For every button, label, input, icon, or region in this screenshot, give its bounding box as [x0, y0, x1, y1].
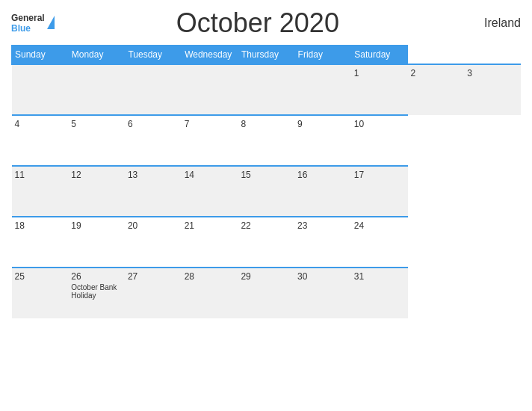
calendar-header: General Blue October 2020 Ireland [11, 7, 521, 39]
day-cell: 20 [125, 217, 182, 268]
day-number: 19 [71, 220, 122, 231]
day-number: 6 [128, 119, 179, 129]
day-number: 24 [354, 220, 405, 231]
logo-text: General Blue [11, 13, 45, 34]
day-number: 15 [241, 170, 291, 180]
day-cell [182, 64, 238, 115]
logo: General Blue [11, 13, 55, 34]
day-number: 3 [467, 68, 518, 78]
week-row-0: 123 [12, 64, 522, 115]
day-cell: 4 [12, 115, 69, 166]
weekday-row: SundayMondayTuesdayWednesdayThursdayFrid… [12, 46, 522, 65]
day-cell: 5 [68, 115, 125, 166]
day-cell: 1 [351, 64, 408, 115]
day-number: 5 [71, 119, 122, 129]
day-cell: 25 [12, 268, 69, 318]
day-cell: 18 [12, 217, 69, 268]
day-cell: 13 [125, 166, 182, 217]
empty-cell [12, 64, 69, 115]
event-text: October Bank Holiday [71, 283, 122, 300]
day-cell: 23 [294, 217, 351, 268]
month-title: October 2020 [55, 7, 461, 39]
day-number: 13 [128, 170, 179, 180]
day-number: 12 [71, 170, 122, 180]
day-number: 27 [128, 271, 179, 282]
day-cell: 27 [125, 268, 182, 318]
day-cell: 22 [238, 217, 294, 268]
weekday-header-thursday: Thursday [238, 46, 294, 65]
logo-blue: Blue [11, 23, 45, 34]
day-cell: 11 [12, 166, 69, 217]
day-number: 28 [185, 271, 235, 282]
day-cell: 17 [351, 166, 408, 217]
day-cell: 31 [351, 268, 408, 318]
day-number: 14 [185, 170, 235, 180]
empty-cell [125, 64, 182, 115]
day-number: 17 [354, 170, 405, 180]
day-cell: 10 [351, 115, 408, 166]
day-number: 20 [128, 220, 179, 231]
day-number: 18 [15, 220, 66, 231]
day-number: 30 [297, 271, 348, 282]
day-cell: 21 [182, 217, 238, 268]
day-cell: 16 [294, 166, 351, 217]
calendar-header-row: SundayMondayTuesdayWednesdayThursdayFrid… [12, 46, 522, 65]
day-cell: 30 [294, 268, 351, 318]
day-number: 31 [354, 271, 405, 282]
empty-cell [68, 64, 125, 115]
day-cell: 3 [464, 64, 521, 115]
weekday-header-monday: Monday [68, 46, 125, 65]
weekday-header-sunday: Sunday [12, 46, 69, 65]
day-number: 1 [354, 68, 405, 78]
day-cell [294, 64, 351, 115]
day-number: 21 [185, 220, 235, 231]
day-cell: 29 [238, 268, 294, 318]
day-cell: 2 [408, 64, 465, 115]
day-cell: 24 [351, 217, 408, 268]
weekday-header-tuesday: Tuesday [125, 46, 182, 65]
calendar-container: General Blue October 2020 Ireland Sunday… [0, 0, 532, 411]
day-number: 22 [241, 220, 291, 231]
day-cell: 8 [238, 115, 294, 166]
day-number: 23 [297, 220, 348, 231]
week-row-3: 18192021222324 [12, 217, 522, 268]
calendar-body: 1234567891011121314151617181920212223242… [12, 64, 522, 318]
week-row-1: 45678910 [12, 115, 522, 166]
day-number: 29 [241, 271, 291, 282]
week-row-2: 11121314151617 [12, 166, 522, 217]
day-number: 26 [71, 271, 122, 282]
day-cell: 12 [68, 166, 125, 217]
weekday-header-friday: Friday [294, 46, 351, 65]
day-number: 8 [241, 119, 291, 129]
day-number: 10 [354, 119, 405, 129]
day-number: 4 [15, 119, 66, 129]
logo-general: General [11, 13, 45, 23]
week-row-4: 2526October Bank Holiday2728293031 [12, 268, 522, 318]
day-number: 2 [411, 68, 462, 78]
day-cell [238, 64, 294, 115]
calendar-table: SundayMondayTuesdayWednesdayThursdayFrid… [11, 45, 521, 318]
logo-triangle-icon [47, 16, 55, 29]
day-number: 11 [15, 170, 66, 180]
country-label: Ireland [461, 16, 521, 30]
weekday-header-wednesday: Wednesday [182, 46, 238, 65]
day-cell: 6 [125, 115, 182, 166]
day-cell: 15 [238, 166, 294, 217]
day-cell: 7 [182, 115, 238, 166]
day-number: 7 [185, 119, 235, 129]
day-cell: 28 [182, 268, 238, 318]
day-cell: 14 [182, 166, 238, 217]
day-cell: 9 [294, 115, 351, 166]
day-cell: 19 [68, 217, 125, 268]
day-number: 16 [297, 170, 348, 180]
day-number: 9 [297, 119, 348, 129]
day-cell: 26October Bank Holiday [68, 268, 125, 318]
weekday-header-saturday: Saturday [351, 46, 408, 65]
day-number: 25 [15, 271, 66, 282]
